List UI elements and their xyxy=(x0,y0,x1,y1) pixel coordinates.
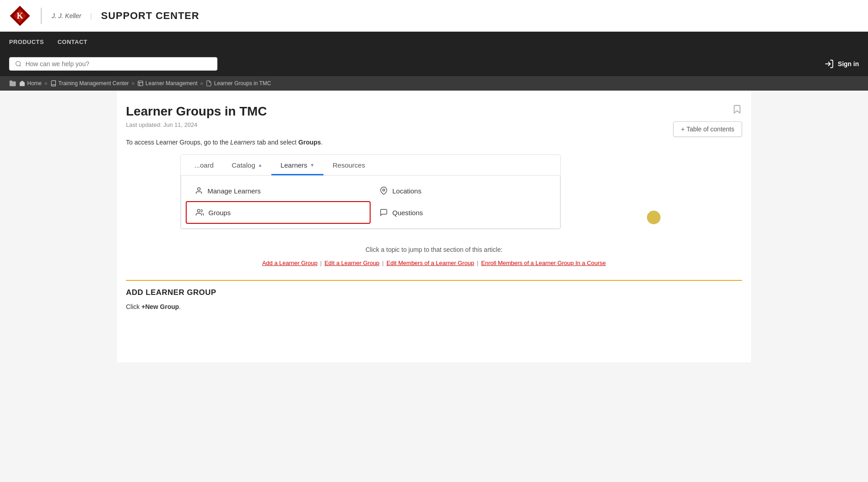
logo-area: K J. J. Keller | SUPPORT CENTER xyxy=(9,5,199,27)
svg-point-3 xyxy=(16,61,20,66)
jj-keller-logo: K xyxy=(9,5,31,27)
sim-manage-learners[interactable]: Manage Learners xyxy=(186,180,371,201)
breadcrumb-current: Learner Groups in TMC xyxy=(206,80,271,87)
article-title: Learner Groups in TMC xyxy=(126,104,742,119)
jump-link-edit[interactable]: Edit a Learner Group xyxy=(324,260,379,266)
brand-pipe: | xyxy=(90,12,92,19)
search-wrapper xyxy=(9,57,217,71)
toc-button-label: + Table of contents xyxy=(681,125,734,133)
ui-screenshot-sim: ...oard Catalog ▲ Learners ▼ Resources xyxy=(180,154,561,229)
sim-dropdown-menu: Manage Learners Locations xyxy=(181,176,560,229)
search-icon xyxy=(15,60,22,67)
intro-paragraph: To access Learner Groups, go to the Lear… xyxy=(126,137,742,147)
groups-icon xyxy=(196,208,204,217)
manage-learners-icon xyxy=(195,187,203,195)
table-of-contents-button[interactable]: + Table of contents xyxy=(673,121,742,137)
breadcrumb-sep-3: » xyxy=(200,80,203,87)
brand-name: J. J. Keller xyxy=(52,12,81,19)
sim-nav-learners[interactable]: Learners ▼ xyxy=(271,155,323,175)
sim-locations[interactable]: Locations xyxy=(371,180,555,201)
jump-links-section: Click a topic to jump to that section of… xyxy=(126,240,742,270)
jump-sep-2: | xyxy=(381,260,385,266)
jump-links-list: Add a Learner Group | Edit a Learner Gro… xyxy=(126,260,742,266)
last-updated: Last updated: Jun 11, 2024 xyxy=(126,121,742,128)
breadcrumb-folder-icon xyxy=(9,80,16,87)
jump-link-edit-members[interactable]: Edit Members of a Learner Group xyxy=(386,260,474,266)
article-body: To access Learner Groups, go to the Lear… xyxy=(126,137,742,312)
breadcrumb-bar: Home » Training Management Center » Lear… xyxy=(0,76,868,91)
add-learner-group-heading: ADD LEARNER GROUP xyxy=(126,280,742,302)
jump-links-heading: Click a topic to jump to that section of… xyxy=(126,245,742,255)
sim-questions[interactable]: Questions xyxy=(371,201,555,224)
catalog-arrow: ▲ xyxy=(258,163,262,168)
bookmark-icon[interactable] xyxy=(732,104,742,117)
sim-nav-catalog[interactable]: Catalog ▲ xyxy=(223,155,272,175)
sim-nav-bar: ...oard Catalog ▲ Learners ▼ Resources xyxy=(181,155,560,176)
jump-sep-1: | xyxy=(319,260,323,266)
locations-icon xyxy=(380,187,388,195)
search-bar-row: Sign in xyxy=(0,52,868,76)
sign-in-icon xyxy=(824,59,834,69)
breadcrumb-learner-mgmt[interactable]: Learner Management xyxy=(137,80,198,87)
nav-contact[interactable]: CONTACT xyxy=(58,39,87,45)
svg-rect-6 xyxy=(138,81,143,86)
sim-nav-dashboard[interactable]: ...oard xyxy=(185,155,223,175)
questions-icon xyxy=(380,208,388,217)
breadcrumb-home[interactable]: Home xyxy=(19,80,42,87)
sim-groups[interactable]: Groups xyxy=(186,201,371,224)
support-center-title: SUPPORT CENTER xyxy=(101,10,199,22)
sign-in-button[interactable]: Sign in xyxy=(824,59,859,69)
svg-line-4 xyxy=(20,65,21,67)
jump-link-add[interactable]: Add a Learner Group xyxy=(262,260,318,266)
svg-point-9 xyxy=(198,188,200,191)
toc-area: + Table of contents xyxy=(673,104,742,137)
top-header: K J. J. Keller | SUPPORT CENTER xyxy=(0,0,868,32)
breadcrumb-training[interactable]: Training Management Center xyxy=(50,80,129,87)
svg-point-10 xyxy=(383,189,385,192)
svg-text:K: K xyxy=(17,11,23,20)
add-section-content: Click +New Group. xyxy=(126,302,742,312)
learners-arrow: ▼ xyxy=(310,163,314,168)
nav-products[interactable]: PRODUCTS xyxy=(9,39,44,45)
nav-bar: PRODUCTS CONTACT xyxy=(0,32,868,52)
search-input[interactable] xyxy=(25,60,212,67)
breadcrumb-sep-1: » xyxy=(44,80,48,87)
main-content: + Table of contents Learner Groups in TM… xyxy=(117,91,751,362)
breadcrumb-sep-2: » xyxy=(131,80,135,87)
sign-in-label: Sign in xyxy=(838,60,859,67)
add-section-text: Click +New Group. xyxy=(126,302,742,312)
svg-point-11 xyxy=(198,210,200,212)
sim-nav-resources[interactable]: Resources xyxy=(323,155,374,175)
jump-link-enroll[interactable]: Enroll Members of a Learner Group In a C… xyxy=(481,260,606,266)
brand-divider xyxy=(41,8,42,24)
add-learner-group-section: ADD LEARNER GROUP Click +New Group. xyxy=(126,280,742,312)
jump-sep-3: | xyxy=(476,260,479,266)
